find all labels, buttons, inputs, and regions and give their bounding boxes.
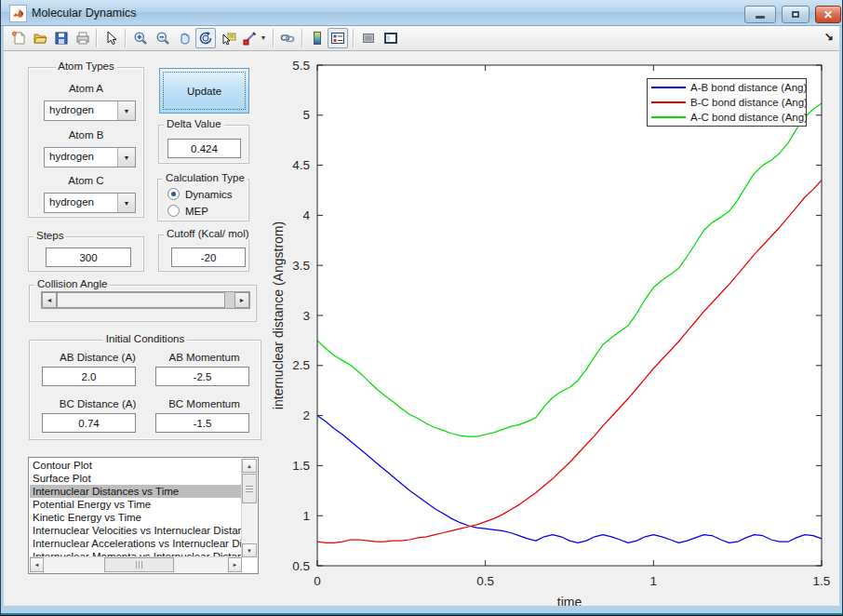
legend-entry: A-B bond distance (Ang): [648, 80, 806, 95]
chevron-down-icon[interactable]: ▼: [117, 101, 135, 120]
collision-angle-slider[interactable]: ◄ ►: [41, 291, 250, 309]
atom-c-label: Atom C: [29, 175, 143, 186]
listbox-item[interactable]: Contour Plot: [30, 459, 242, 472]
data-cursor-button[interactable]: [219, 28, 239, 48]
insert-legend-button[interactable]: [328, 28, 348, 48]
bc-momentum-field[interactable]: -1.5: [155, 413, 249, 433]
y-tick-label: 3.5: [292, 259, 310, 273]
dynamics-radio[interactable]: Dynamics: [167, 188, 232, 200]
brush-data-button[interactable]: [239, 28, 260, 48]
update-button[interactable]: Update: [159, 68, 249, 114]
minimize-icon: [756, 16, 765, 19]
zoom-out-button[interactable]: [153, 28, 173, 48]
insert-colorbar-button[interactable]: [307, 28, 328, 48]
listbox-item[interactable]: Surface Plot: [30, 472, 242, 485]
toolbar-separator: [301, 29, 303, 47]
y-tick-label: 2: [302, 408, 310, 422]
slider-left-arrow[interactable]: ◄: [42, 292, 57, 308]
ab-distance-field[interactable]: 2.0: [42, 367, 136, 386]
zoom-in-icon: [133, 31, 148, 46]
data-cursor-icon: [221, 31, 236, 46]
legend-icon: [330, 31, 345, 46]
window-border: [839, 26, 842, 616]
restore-button[interactable]: [782, 6, 810, 23]
chevron-down-icon[interactable]: ▼: [117, 194, 135, 212]
bc-distance-field[interactable]: 0.74: [42, 413, 136, 433]
legend-line-sample: [651, 101, 686, 103]
edit-plot-button[interactable]: [100, 28, 121, 48]
atom-c-dropdown[interactable]: hydrogen ▼: [44, 193, 136, 213]
new-figure-button[interactable]: [8, 28, 29, 48]
rotate-3d-button[interactable]: [195, 28, 216, 48]
matlab-logo-icon: [9, 5, 27, 22]
listbox-item[interactable]: Internuclear Velocities vs Internuclear …: [30, 524, 242, 537]
plot-type-listbox[interactable]: Contour PlotSurface PlotInternuclear Dis…: [28, 457, 259, 574]
show-plot-tools-button[interactable]: [381, 28, 401, 48]
chart-legend[interactable]: A-B bond distance (Ang)B-C bond distance…: [647, 78, 807, 127]
scroll-up-icon[interactable]: ▲: [242, 459, 257, 473]
open-file-button[interactable]: [30, 28, 50, 48]
listbox-item[interactable]: Potential Energy vs Time: [30, 498, 242, 511]
initial-conditions-legend: Initial Conditions: [103, 333, 187, 344]
close-button[interactable]: ✕: [815, 6, 841, 23]
x-tick-label: 0.5: [476, 574, 494, 588]
pan-button[interactable]: [175, 28, 195, 48]
plot-area: [317, 65, 822, 566]
toolbar-separator: [353, 29, 355, 47]
legend-entry: A-C bond distance (Ang): [648, 110, 806, 125]
y-tick-label: 4.5: [292, 158, 310, 172]
scroll-right-icon[interactable]: ►: [228, 557, 242, 572]
atom-a-dropdown[interactable]: hydrogen ▼: [44, 100, 136, 121]
legend-label: A-C bond distance (Ang): [690, 112, 808, 123]
ab-momentum-field[interactable]: -2.5: [155, 367, 249, 386]
listbox-item[interactable]: Internuclear Distances vs Time: [30, 485, 242, 498]
mep-radio[interactable]: MEP: [167, 205, 208, 217]
steps-field[interactable]: 300: [46, 248, 131, 267]
slider-thumb[interactable]: [57, 292, 225, 308]
cutoff-field[interactable]: -20: [171, 248, 246, 267]
slider-right-arrow[interactable]: ►: [234, 292, 249, 308]
x-tick-label: 0: [314, 574, 321, 588]
listbox-vertical-scrollbar[interactable]: ▲ ▼: [241, 459, 257, 557]
save-figure-button[interactable]: [51, 28, 72, 48]
line-chart: 00.511.50.511.522.533.544.555.5timeinter…: [266, 54, 843, 612]
link-plots-button[interactable]: [277, 28, 298, 48]
chevron-down-icon[interactable]: ▼: [117, 148, 135, 167]
ab-momentum-label: AB Momentum: [155, 352, 253, 363]
show-plot-tools-icon: [383, 31, 398, 46]
minimize-button[interactable]: [744, 6, 776, 23]
legend-label: B-C bond distance (Ang): [690, 97, 808, 108]
colorbar-icon: [310, 31, 325, 46]
hide-plot-tools-button[interactable]: [358, 28, 379, 48]
atom-a-value: hydrogen: [49, 104, 94, 115]
atom-b-dropdown[interactable]: hydrogen ▼: [44, 147, 136, 167]
rotate-3d-icon: [198, 31, 213, 46]
dock-figure-icon[interactable]: ↘: [824, 30, 834, 43]
zoom-out-icon: [155, 31, 170, 46]
brush-dropdown-caret[interactable]: ▾: [261, 33, 265, 42]
ab-distance-label: AB Distance (A): [37, 352, 158, 363]
atom-b-label: Atom B: [29, 129, 143, 141]
delta-value-field[interactable]: 0.424: [167, 139, 241, 158]
horizontal-scroll-thumb[interactable]: [104, 557, 174, 572]
listbox-horizontal-scrollbar[interactable]: ◄ ►: [30, 556, 242, 572]
radio-unselected-icon: [167, 205, 180, 217]
initial-conditions-groupbox: Initial Conditions AB Distance (A) AB Mo…: [29, 340, 261, 440]
legend-line-sample: [651, 116, 686, 118]
zoom-in-button[interactable]: [130, 28, 151, 48]
legend-entry: B-C bond distance (Ang): [648, 95, 806, 110]
y-tick-label: 5.5: [292, 59, 310, 73]
figure-toolbar: ▾: [4, 26, 841, 51]
vertical-scroll-thumb[interactable]: [242, 474, 257, 503]
collision-angle-legend: Collision Angle: [34, 278, 110, 289]
hide-plot-tools-icon: [361, 31, 376, 46]
print-figure-button[interactable]: [73, 28, 93, 48]
window-border: [1, 606, 843, 613]
listbox-item[interactable]: Internuclear Accelerations vs Internucle…: [30, 537, 242, 550]
scroll-left-icon[interactable]: ◄: [30, 557, 44, 572]
listbox-item[interactable]: Kinetic Energy vs Time: [30, 511, 242, 524]
scroll-down-icon[interactable]: ▼: [242, 543, 257, 557]
y-tick-label: 1.5: [292, 459, 310, 473]
y-tick-label: 1: [302, 509, 310, 523]
title-bar[interactable]: Molecular Dynamics ✕: [1, 0, 843, 26]
